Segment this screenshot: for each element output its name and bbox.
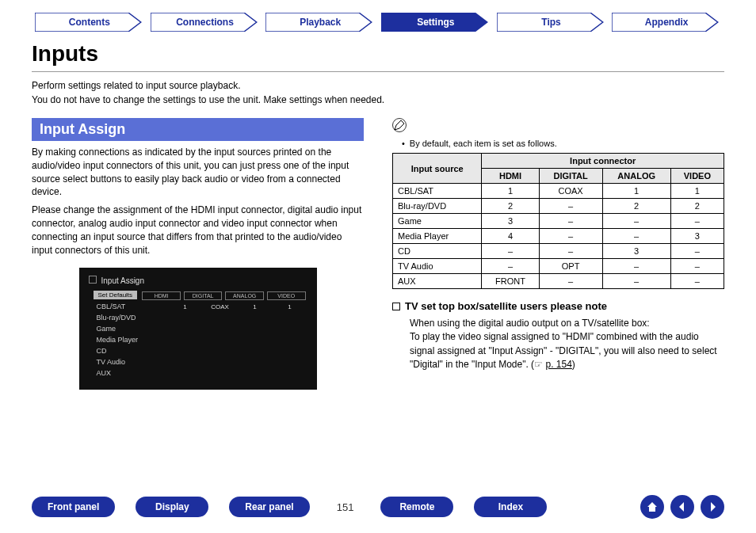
tab-contents[interactable]: Contents: [35, 13, 144, 32]
home-icon[interactable]: [640, 495, 664, 519]
tab-tips[interactable]: Tips: [497, 13, 606, 32]
table-row: AUXFRONT–––: [393, 274, 724, 289]
osd-header-row: Set Defaults HDMI DIGITAL ANALOG VIDEO: [89, 290, 307, 301]
top-nav-tabs: ContentsConnectionsPlaybackSettingsTipsA…: [0, 0, 756, 32]
note-heading-text: TV set top box/satellite users please no…: [405, 300, 607, 312]
connector-table: Input source Input connector HDMI DIGITA…: [392, 153, 724, 289]
left-column: Input Assign By making connections as in…: [32, 118, 364, 390]
osd-title: Input Assign: [89, 276, 307, 285]
table-row: TV Audio–OPT––: [393, 259, 724, 274]
page-number: 151: [330, 501, 361, 513]
page-title: Inputs: [32, 41, 724, 67]
th-video: VIDEO: [670, 169, 724, 184]
intro-line-2: You do not have to change the settings t…: [32, 94, 384, 105]
note-heading: TV set top box/satellite users please no…: [392, 300, 724, 312]
section-para-2: Please change the assignment of the HDMI…: [32, 204, 364, 257]
osd-row: CBL/SAT1COAX11: [89, 301, 307, 312]
default-note: By default, each item is set as follows.: [402, 139, 724, 148]
pencil-icon: [392, 118, 407, 132]
osd-row: AUX: [89, 367, 307, 379]
note-line-1: When using the digital audio output on a…: [410, 318, 650, 329]
rear-panel-button[interactable]: Rear panel: [229, 497, 309, 517]
note-line-2b: ): [572, 359, 575, 370]
next-page-icon[interactable]: [701, 495, 724, 519]
th-input-source: Input source: [393, 154, 482, 184]
section-para-1: By making connections as indicated by th…: [32, 146, 364, 199]
page-body: Inputs Perform settings related to input…: [0, 32, 756, 390]
tab-playback[interactable]: Playback: [265, 13, 375, 32]
osd-col-hdmi: HDMI: [142, 291, 181, 300]
osd-row: Blu-ray/DVD: [89, 312, 307, 323]
table-row: Media Player4––3: [393, 229, 724, 244]
osd-row: TV Audio: [89, 356, 307, 367]
tab-connections[interactable]: Connections: [151, 13, 260, 32]
th-analog: ANALOG: [602, 169, 670, 184]
section-heading: Input Assign: [32, 118, 364, 141]
prev-page-icon[interactable]: [670, 495, 694, 519]
osd-set-defaults-button: Set Defaults: [94, 291, 138, 299]
right-column: By default, each item is set as follows.…: [392, 118, 724, 390]
osd-col-analog: ANALOG: [225, 291, 264, 300]
note-box-icon: [392, 303, 400, 310]
th-input-connector: Input connector: [482, 154, 724, 169]
osd-col-digital: DIGITAL: [184, 291, 223, 300]
th-digital: DIGITAL: [539, 169, 602, 184]
divider: [32, 71, 724, 72]
osd-col-video: VIDEO: [267, 291, 306, 300]
intro-line-1: Perform settings related to input source…: [32, 80, 240, 91]
nav-icons: [640, 495, 724, 519]
display-button[interactable]: Display: [136, 497, 208, 517]
index-button[interactable]: Index: [474, 497, 547, 517]
page-link[interactable]: p. 154: [545, 359, 571, 370]
osd-row: Media Player: [89, 334, 307, 345]
tab-appendix[interactable]: Appendix: [612, 13, 721, 32]
remote-button[interactable]: Remote: [380, 497, 453, 517]
intro-text: Perform settings related to input source…: [32, 78, 724, 107]
osd-screenshot: Input Assign Set Defaults HDMI DIGITAL A…: [79, 268, 317, 390]
th-hdmi: HDMI: [482, 169, 539, 184]
hand-icon: ☞: [534, 359, 543, 370]
osd-row: Game: [89, 323, 307, 334]
front-panel-button[interactable]: Front panel: [32, 497, 115, 517]
note-body: When using the digital audio output on a…: [410, 317, 724, 372]
table-row: Blu-ray/DVD2–22: [393, 199, 724, 214]
bottom-bar: Front panel Display Rear panel 151 Remot…: [0, 495, 756, 519]
table-row: CBL/SAT1COAX11: [393, 184, 724, 199]
tab-settings[interactable]: Settings: [381, 13, 491, 32]
osd-row: CD: [89, 345, 307, 356]
table-row: CD––3–: [393, 244, 724, 259]
table-row: Game3–––: [393, 214, 724, 229]
